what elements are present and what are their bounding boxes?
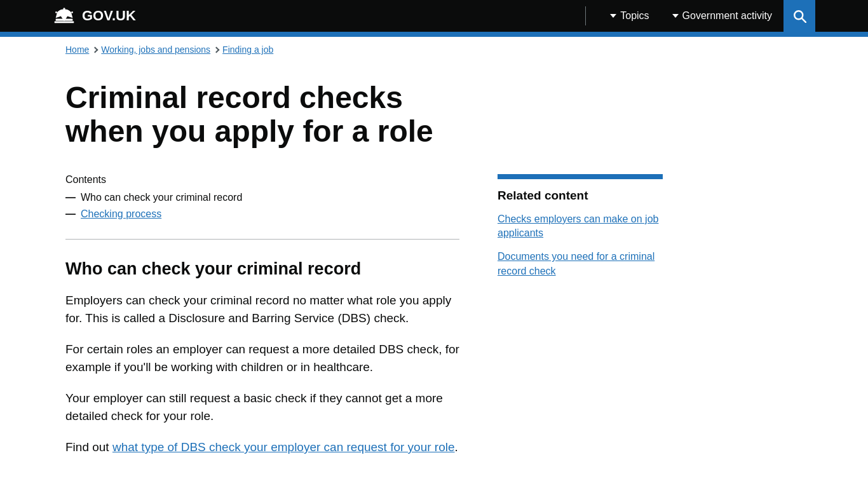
svg-point-2 [63,8,65,10]
svg-point-3 [55,11,57,13]
section-heading: Who can check your criminal record [65,259,459,279]
header-nav: Topics Government activity [599,0,783,32]
svg-line-6 [802,18,806,23]
svg-rect-0 [56,19,73,21]
search-icon [792,9,806,23]
paragraph-2: For certain roles an employer can reques… [65,341,459,377]
crown-icon [53,6,76,26]
sidebar: Related content Checks employers can mak… [498,174,663,470]
dbs-check-link[interactable]: what type of DBS check your employer can… [112,440,455,454]
page-title: Criminal record checks when you apply fo… [65,81,459,149]
contents-dash-2: — [65,208,76,220]
breadcrumb-home: Home [65,44,89,55]
svg-rect-1 [55,22,74,24]
related-item-2: Documents you need for a criminal record… [498,250,663,278]
main-content: Contents — Who can check your criminal r… [65,174,459,470]
chevron-down-icon [610,14,616,18]
contents-box: Contents — Who can check your criminal r… [65,174,459,220]
site-header: GOV.UK Topics Government activity [0,0,868,32]
related-item-1: Checks employers can make on job applica… [498,212,663,241]
breadcrumb-separator-2 [213,48,220,52]
topics-button[interactable]: Topics [599,0,660,32]
contents-item-1-label: Who can check your criminal record [81,192,242,203]
breadcrumb-working: Working, jobs and pensions [101,44,210,55]
content-layout: Contents — Who can check your criminal r… [65,174,803,470]
contents-list: — Who can check your criminal record — C… [65,192,459,220]
gov-uk-logo[interactable]: GOV.UK [53,6,573,26]
main-wrapper: Criminal record checks when you apply fo… [53,81,815,469]
chevron-down-icon [672,14,679,18]
find-out-paragraph: Find out what type of DBS check your emp… [65,438,459,457]
blue-accent-bar [0,32,868,37]
government-activity-button[interactable]: Government activity [661,0,783,32]
contents-item-1: — Who can check your criminal record [65,192,459,203]
search-button[interactable] [783,0,815,32]
contents-title: Contents [65,174,459,186]
breadcrumb-separator-1 [92,48,98,52]
related-content-title: Related content [498,189,663,203]
breadcrumb-chevron-icon [92,46,98,53]
header-divider [585,6,586,25]
breadcrumb-working-link[interactable]: Working, jobs and pensions [101,44,210,55]
related-content: Related content Checks employers can mak… [498,174,663,279]
find-out-prefix: Find out [65,440,112,454]
breadcrumb-finding-job: Finding a job [222,44,273,55]
related-link-1[interactable]: Checks employers can make on job applica… [498,214,658,238]
breadcrumb-home-link[interactable]: Home [65,44,89,55]
breadcrumb-finding-job-link[interactable]: Finding a job [222,44,273,55]
related-link-2[interactable]: Documents you need for a criminal record… [498,251,654,276]
svg-point-4 [71,11,73,13]
logo-text: GOV.UK [82,8,136,24]
related-list: Checks employers can make on job applica… [498,212,663,279]
section-divider [65,239,459,240]
find-out-suffix: . [455,440,458,454]
paragraph-1: Employers can check your criminal record… [65,292,459,328]
who-can-check-section: Who can check your criminal record Emplo… [65,259,459,457]
contents-item-2-link[interactable]: Checking process [81,208,161,220]
contents-dash-1: — [65,192,76,203]
breadcrumb-chevron-icon-2 [214,46,220,53]
breadcrumb: Home Working, jobs and pensions Finding … [53,37,815,62]
paragraph-3: Your employer can still request a basic … [65,390,459,426]
contents-item-2: — Checking process [65,208,459,220]
